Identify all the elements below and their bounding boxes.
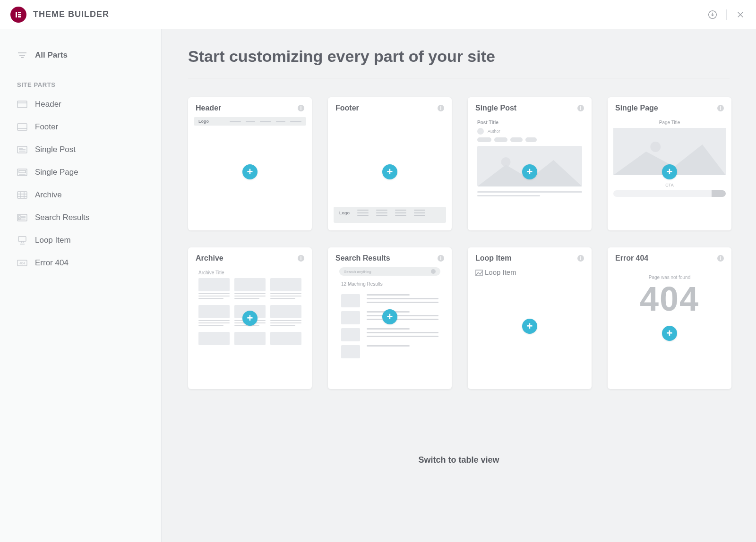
add-button[interactable]: +	[522, 319, 537, 334]
card-title: Search Results	[335, 254, 390, 263]
search-preview-count: 12 Maching Results	[334, 276, 446, 292]
sidebar-item-footer[interactable]: Footer	[0, 116, 161, 138]
info-icon[interactable]: i	[438, 255, 444, 262]
card-title: Archive	[196, 254, 223, 263]
footer-part-icon	[17, 123, 27, 131]
info-icon[interactable]: i	[298, 255, 304, 262]
svg-rect-17	[19, 170, 26, 173]
search-preview-bar: Search anything	[339, 267, 440, 276]
separator	[726, 9, 727, 20]
card-archive[interactable]: Archive i Archive Title	[188, 247, 312, 389]
add-button[interactable]: +	[382, 164, 397, 179]
search-icon	[431, 269, 436, 274]
add-button[interactable]: +	[242, 311, 258, 326]
card-header[interactable]: Header i Logo +	[188, 97, 312, 230]
svg-text:404: 404	[19, 262, 25, 265]
footer-preview: Logo	[334, 207, 446, 223]
add-button[interactable]: +	[242, 164, 258, 179]
sidebar-item-label: Single Post	[35, 145, 76, 154]
sidebar-item-label: Loop Item	[35, 236, 71, 245]
sidebar-item-loop-item[interactable]: Loop Item	[0, 229, 161, 252]
card-title: Single Post	[475, 104, 516, 112]
main: Start customizing every part of your sit…	[162, 29, 756, 542]
svg-point-37	[650, 142, 661, 152]
svg-rect-2	[18, 14, 21, 15]
filter-icon	[17, 50, 27, 60]
card-footer[interactable]: Footer i + Logo	[328, 97, 452, 230]
sidebar-item-label: Archive	[35, 190, 62, 200]
close-icon[interactable]	[735, 9, 746, 20]
search-results-icon	[17, 213, 27, 222]
sidebar-item-search-results[interactable]: Search Results	[0, 206, 161, 229]
single-post-icon	[17, 145, 27, 154]
app-title: THEME BUILDER	[33, 9, 109, 19]
sidebar-item-label: Single Page	[35, 168, 78, 177]
sidebar-section-label: SITE PARTS	[0, 68, 161, 93]
add-button[interactable]: +	[662, 326, 677, 341]
sidebar-item-label: Error 404	[35, 258, 69, 268]
info-icon[interactable]: i	[438, 105, 444, 111]
page-preview-cta: CTA	[613, 180, 726, 190]
header-preview-logo: Logo	[198, 119, 209, 124]
card-title: Loop Item	[475, 254, 511, 263]
sidebar-item-label: Header	[35, 100, 61, 109]
sidebar-item-label: Search Results	[35, 213, 89, 222]
header-preview: Logo	[194, 117, 306, 126]
svg-rect-1	[18, 12, 21, 13]
sidebar-item-single-page[interactable]: Single Page	[0, 161, 161, 184]
svg-rect-30	[18, 237, 26, 241]
topbar-right	[707, 9, 746, 20]
info-icon[interactable]: i	[717, 105, 724, 111]
post-preview-author: Author	[473, 128, 586, 137]
info-icon[interactable]: i	[717, 255, 724, 262]
page-title: Start customizing every part of your sit…	[188, 47, 730, 78]
topbar: THEME BUILDER	[0, 0, 756, 29]
header-part-icon	[17, 100, 27, 109]
sidebar-item-error-404[interactable]: 404 Error 404	[0, 252, 161, 274]
parts-grid: Header i Logo + Footer i	[188, 97, 730, 389]
sidebar-all-parts[interactable]: All Parts	[0, 42, 161, 68]
placeholder-icon	[475, 270, 483, 278]
card-search-results[interactable]: Search Results i Search anything 12 Mach…	[328, 247, 452, 389]
sidebar-item-archive[interactable]: Archive	[0, 184, 161, 206]
switch-to-table-view[interactable]: Switch to table view	[188, 389, 730, 484]
error-404-icon: 404	[17, 259, 27, 267]
download-icon[interactable]	[707, 9, 718, 20]
card-title: Error 404	[615, 254, 648, 263]
card-error-404[interactable]: Error 404 i Page was not found 404 +	[608, 247, 731, 389]
card-loop-item[interactable]: Loop Item i Loop Item +	[468, 247, 592, 389]
elementor-logo	[10, 7, 26, 23]
add-button[interactable]: +	[662, 164, 677, 179]
archive-preview-title: Archive Title	[194, 267, 306, 278]
sidebar-item-single-post[interactable]: Single Post	[0, 138, 161, 161]
card-title: Single Page	[615, 104, 658, 112]
card-title: Header	[196, 104, 221, 112]
info-icon[interactable]: i	[298, 105, 304, 111]
single-page-icon	[17, 168, 27, 177]
sidebar-item-header[interactable]: Header	[0, 93, 161, 116]
page-preview-bar	[613, 190, 726, 197]
svg-rect-3	[18, 16, 21, 17]
add-button[interactable]: +	[522, 164, 537, 179]
avatar-icon	[477, 128, 484, 135]
svg-rect-29	[18, 218, 20, 220]
card-title: Footer	[335, 104, 359, 112]
topbar-left: THEME BUILDER	[10, 7, 109, 23]
archive-icon	[17, 191, 27, 199]
svg-rect-28	[18, 216, 20, 217]
svg-rect-19	[17, 192, 27, 198]
sidebar: All Parts SITE PARTS Header Footer Singl…	[0, 29, 162, 542]
info-icon[interactable]: i	[577, 105, 584, 111]
error404-preview-code: 404	[613, 280, 726, 316]
svg-rect-8	[17, 101, 27, 108]
card-single-page[interactable]: Single Page i Page Title CTA +	[608, 97, 731, 230]
error404-preview-subtitle: Page was not found	[613, 267, 726, 280]
loop-item-icon	[17, 236, 27, 245]
card-single-post[interactable]: Single Post i Post Title Author	[468, 97, 592, 230]
footer-preview-logo: Logo	[339, 210, 350, 215]
svg-rect-10	[17, 124, 27, 130]
post-preview-tags	[473, 137, 586, 146]
sidebar-all-parts-label: All Parts	[35, 51, 68, 60]
info-icon[interactable]: i	[577, 255, 584, 262]
add-button[interactable]: +	[382, 309, 397, 324]
